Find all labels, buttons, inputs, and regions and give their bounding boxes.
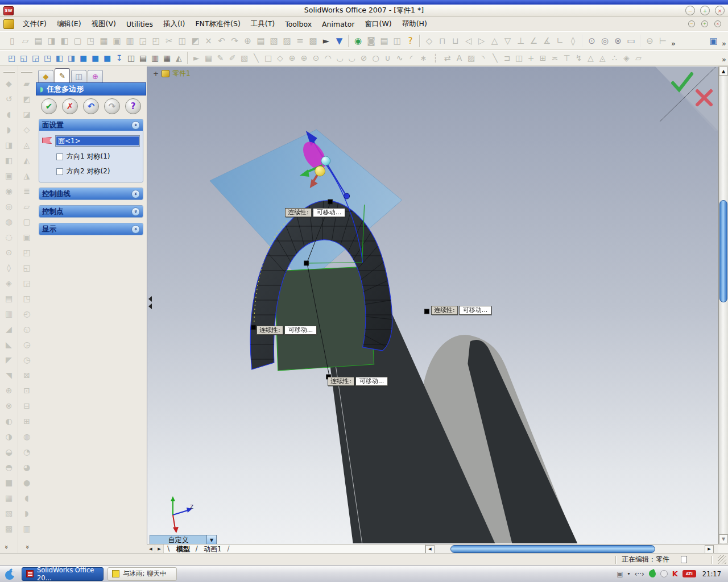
- feature-icon[interactable]: ◍: [20, 430, 34, 443]
- window-control-button[interactable]: +: [700, 6, 710, 15]
- scroll-right-button[interactable]: ▶: [705, 545, 714, 554]
- toolbar-icon[interactable]: ▧: [267, 34, 280, 47]
- toolbar-icon[interactable]: ⊥: [514, 34, 527, 47]
- feature-icon[interactable]: ◇: [20, 123, 34, 136]
- toolbar-icon[interactable]: ⊞: [537, 52, 549, 64]
- feature-icon[interactable]: ◕: [20, 460, 34, 474]
- toolbar-icon[interactable]: ◳: [84, 34, 97, 47]
- toolbar-icon[interactable]: ✐: [226, 52, 238, 64]
- toolbar-icon[interactable]: ◝: [477, 52, 489, 64]
- view-orientation-combo[interactable]: 自定义 ▼: [150, 535, 217, 544]
- toolbar-icon[interactable]: ⇄: [441, 52, 453, 64]
- collapse-chevron-icon[interactable]: «: [131, 121, 140, 130]
- feature-icon[interactable]: ◤: [2, 353, 16, 367]
- menu-item[interactable]: 工具(T): [246, 18, 280, 31]
- toolbar-overflow[interactable]: »: [669, 38, 677, 49]
- toolbar-icon[interactable]: ▢: [71, 34, 84, 47]
- toolbar-icon[interactable]: ◡: [346, 52, 358, 64]
- feature-icon[interactable]: ◳: [20, 292, 34, 305]
- feature-icon[interactable]: ◑: [2, 430, 16, 443]
- menu-item[interactable]: 插入(I): [158, 18, 190, 31]
- toolbar-icon[interactable]: ◜: [406, 52, 417, 64]
- feature-icon[interactable]: ◗: [2, 123, 16, 136]
- toolbar-overflow[interactable]: »: [720, 38, 728, 49]
- continuity-callout[interactable]: 连续性: 可移动...: [328, 377, 388, 386]
- callout-value[interactable]: 可移动...: [313, 208, 346, 217]
- toolbar-icon[interactable]: ▧: [238, 52, 250, 64]
- menu-item[interactable]: 窗口(W): [360, 18, 397, 31]
- feature-icon[interactable]: ▧: [2, 506, 16, 520]
- tab-model[interactable]: 模型: [169, 544, 197, 554]
- menu-item[interactable]: 文件(F): [18, 18, 52, 31]
- property-action-button[interactable]: ✗: [62, 98, 78, 114]
- scroll-down-button[interactable]: ▼: [719, 534, 728, 543]
- group-header[interactable]: 显示 »: [39, 223, 143, 235]
- face-selection-box[interactable]: 面<1>: [55, 135, 140, 147]
- group-header[interactable]: 控制曲线 »: [39, 188, 143, 199]
- toolbar-icon[interactable]: A: [453, 52, 465, 64]
- feature-icon[interactable]: ⊟: [20, 399, 34, 413]
- callout-value[interactable]: 可移动...: [459, 306, 492, 315]
- feature-icon[interactable]: ≣: [20, 184, 34, 198]
- toolbar-icon[interactable]: ↧: [113, 52, 125, 64]
- feature-icon[interactable]: ●: [20, 476, 34, 489]
- toolbar-icon[interactable]: ▼: [333, 34, 346, 47]
- toolbar-icon[interactable]: ≍: [549, 52, 561, 64]
- toolbar-icon[interactable]: ∴: [609, 52, 621, 64]
- feature-tree-flyout[interactable]: + 零件1: [153, 69, 191, 78]
- toolbar-icon[interactable]: ▥: [123, 34, 136, 47]
- callout-value[interactable]: 可移动...: [284, 326, 317, 335]
- panel-tab[interactable]: ◫: [71, 70, 86, 82]
- toolbar-icon[interactable]: ↶: [215, 34, 228, 47]
- feature-icon[interactable]: ◧: [2, 153, 16, 167]
- toolbar-icon[interactable]: ╲: [489, 52, 501, 64]
- toolbar-icon[interactable]: ◨: [65, 52, 77, 64]
- toolbar-icon[interactable]: ╲: [250, 52, 262, 64]
- group-header[interactable]: 面设置 «: [39, 119, 143, 131]
- direction1-checkbox[interactable]: [56, 153, 63, 160]
- feature-icon[interactable]: ◭: [20, 153, 34, 167]
- toolbar-icon[interactable]: ▤: [32, 34, 45, 47]
- toolbar-icon[interactable]: ∠: [527, 34, 540, 47]
- feature-icon[interactable]: ⊠: [20, 368, 34, 382]
- feature-icon[interactable]: ◔: [20, 445, 34, 459]
- toolbar-icon[interactable]: ◠: [322, 52, 334, 64]
- toolbar-icon[interactable]: ▦: [97, 34, 110, 47]
- toolbar-icon[interactable]: ▤: [137, 52, 149, 64]
- toolbar-icon[interactable]: ∿: [394, 52, 406, 64]
- toolbar-icon[interactable]: ⊖: [643, 34, 656, 47]
- feature-icon[interactable]: ◉: [2, 184, 16, 198]
- menu-item[interactable]: Utilities: [121, 18, 158, 30]
- toolbar-more-icon[interactable]: »: [24, 544, 31, 551]
- ati-icon[interactable]: ATI: [682, 570, 696, 577]
- hscroll-thumb[interactable]: [450, 545, 655, 553]
- pet-tray-icon[interactable]: [660, 570, 668, 577]
- toolbar-icon[interactable]: ◁: [462, 34, 475, 47]
- feature-icon[interactable]: ▦: [2, 491, 16, 505]
- toolbar-icon[interactable]: ■: [89, 52, 101, 64]
- toolbar-icon[interactable]: ⊤: [561, 52, 573, 64]
- toolbar-icon[interactable]: ■: [77, 52, 89, 64]
- feature-icon[interactable]: ◶: [20, 338, 34, 351]
- toolbar-icon[interactable]: ⊕: [286, 52, 298, 64]
- toolbar-icon[interactable]: ✎: [214, 52, 226, 64]
- toolbar-icon[interactable]: ┆: [429, 52, 441, 64]
- scroll-left-button[interactable]: ◀: [425, 545, 435, 554]
- feature-icon[interactable]: ◐: [2, 414, 16, 428]
- toolbar-icon[interactable]: ↯: [573, 52, 585, 64]
- toolbar-icon[interactable]: ⊕: [241, 34, 254, 47]
- continuity-callout[interactable]: 连续性: 可移动...: [431, 306, 491, 315]
- toolbar-icon[interactable]: ▷: [475, 34, 488, 47]
- menu-item[interactable]: Toolbox: [280, 18, 317, 30]
- toolbar-icon[interactable]: ◊: [566, 34, 580, 47]
- vscroll-thumb[interactable]: [719, 200, 727, 302]
- toolbar-icon[interactable]: ▦: [161, 52, 173, 64]
- toolbar-icon[interactable]: ⊘: [358, 52, 370, 64]
- tab-animation1[interactable]: 动画1: [197, 544, 229, 554]
- toolbar-icon[interactable]: ◫: [176, 34, 189, 47]
- tab-scroll-right-button[interactable]: ▶: [155, 544, 164, 554]
- callout-value[interactable]: 可移动...: [355, 377, 388, 386]
- taskbar-task-chat[interactable]: 与冰雨; 聊天中: [107, 567, 177, 581]
- feature-icon[interactable]: ◣: [2, 338, 16, 351]
- toolbar-icon[interactable]: ⊕: [298, 52, 310, 64]
